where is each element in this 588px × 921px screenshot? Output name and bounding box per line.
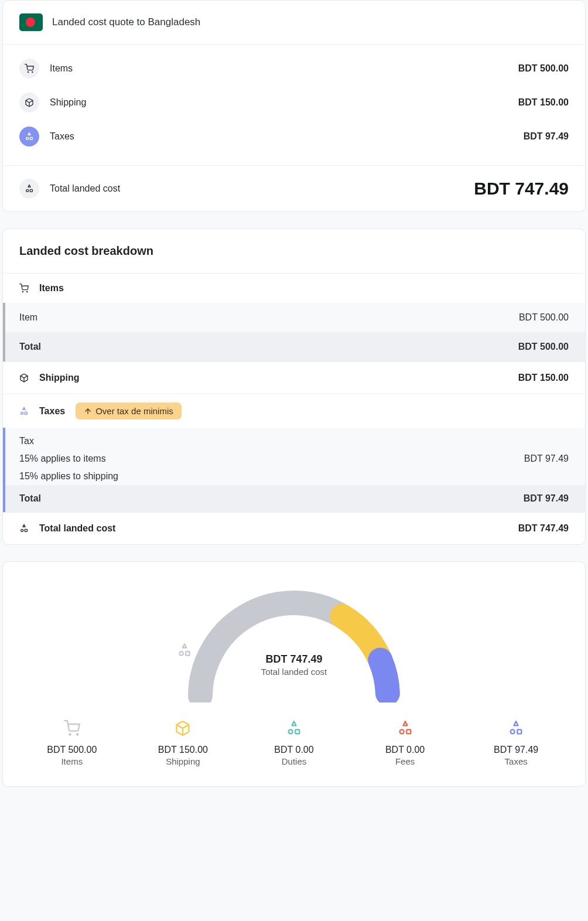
svg-rect-16 — [186, 651, 190, 656]
shapes-icon — [19, 179, 39, 199]
svg-point-8 — [27, 291, 28, 292]
breakdown-title: Landed cost breakdown — [3, 229, 585, 274]
page-title: Landed cost quote to Bangladesh — [52, 16, 200, 28]
svg-point-5 — [26, 189, 29, 192]
legend-taxes: BDT 97.49 Taxes — [463, 720, 569, 766]
svg-point-17 — [69, 734, 70, 735]
shapes-icon — [19, 407, 29, 416]
summary-total-row: Total landed cost BDT 747.49 — [3, 165, 585, 212]
svg-rect-11 — [25, 412, 27, 414]
items-detail-block: Item BDT 500.00 Total BDT 500.00 — [3, 303, 585, 361]
summary-value: BDT 500.00 — [518, 63, 569, 74]
svg-point-22 — [399, 729, 404, 734]
total-label: Total landed cost — [50, 183, 120, 194]
svg-point-13 — [21, 529, 23, 531]
shapes-icon — [508, 720, 524, 736]
total-value: BDT 747.49 — [518, 523, 569, 534]
gauge-center: BDT 747.49 Total landed cost — [177, 643, 411, 677]
legend-amount: BDT 0.00 — [241, 745, 347, 755]
box-icon — [19, 373, 29, 383]
taxes-label: Taxes — [39, 406, 65, 417]
shapes-icon — [19, 127, 39, 146]
legend-label: Fees — [353, 756, 458, 766]
cart-icon — [19, 284, 29, 293]
tax-line: 15% applies to shipping — [5, 468, 585, 485]
svg-point-18 — [77, 734, 78, 735]
svg-rect-25 — [518, 729, 522, 734]
items-total-row: Total BDT 500.00 — [5, 332, 585, 361]
legend-label: Taxes — [463, 756, 569, 766]
svg-rect-23 — [406, 729, 411, 734]
shapes-icon — [19, 524, 29, 533]
summary-body: Items BDT 500.00 Shipping BDT 150.00 Tax… — [3, 45, 585, 165]
svg-point-24 — [511, 729, 515, 734]
quote-summary-card: Landed cost quote to Bangladesh Items BD… — [2, 0, 586, 212]
legend-duties: BDT 0.00 Duties — [241, 720, 347, 766]
section-label: Items — [39, 283, 64, 294]
legend-amount: BDT 97.49 — [463, 745, 569, 755]
shipping-label: Shipping — [39, 373, 79, 383]
shipping-value: BDT 150.00 — [518, 373, 569, 383]
svg-point-10 — [21, 412, 23, 414]
taxes-total-row: Total BDT 97.49 — [5, 485, 585, 512]
legend-shipping: BDT 150.00 Shipping — [131, 720, 236, 766]
legend-amount: BDT 150.00 — [131, 745, 236, 755]
breakdown-total-row: Total landed cost BDT 747.49 — [3, 512, 585, 544]
svg-rect-6 — [30, 189, 32, 192]
svg-point-7 — [22, 291, 23, 292]
card-header: Landed cost quote to Bangladesh — [3, 1, 585, 45]
cart-icon — [64, 720, 80, 736]
summary-label: Taxes — [50, 131, 74, 142]
summary-value: BDT 150.00 — [518, 97, 569, 108]
gauge-card: BDT 747.49 Total landed cost BDT 500.00 … — [2, 561, 586, 787]
svg-rect-14 — [25, 529, 27, 531]
item-label: Item — [19, 312, 37, 323]
item-value: BDT 500.00 — [519, 312, 569, 323]
summary-label: Items — [50, 63, 73, 74]
breakdown-items-header: Items — [3, 274, 585, 303]
legend-fees: BDT 0.00 Fees — [353, 720, 458, 766]
svg-rect-4 — [30, 137, 32, 139]
svg-point-0 — [28, 71, 28, 72]
svg-point-20 — [289, 729, 293, 734]
summary-row-shipping: Shipping BDT 150.00 — [19, 86, 569, 120]
legend-amount: BDT 0.00 — [353, 745, 458, 755]
legend-label: Items — [19, 756, 125, 766]
legend-label: Shipping — [131, 756, 236, 766]
box-icon — [19, 93, 39, 112]
arrow-up-icon — [84, 407, 92, 415]
total-value: BDT 500.00 — [518, 342, 569, 352]
svg-point-1 — [32, 71, 33, 72]
total-label: Total — [19, 342, 41, 352]
svg-rect-21 — [295, 729, 299, 734]
box-icon — [175, 720, 191, 736]
flag-bangladesh — [19, 13, 43, 31]
summary-row-items: Items BDT 500.00 — [19, 52, 569, 86]
tax-sub-label: Tax — [5, 428, 585, 450]
summary-label: Shipping — [50, 97, 86, 108]
taxes-detail-block: Tax 15% applies to items BDT 97.49 15% a… — [3, 428, 585, 512]
breakdown-card: Landed cost breakdown Items Item BDT 500… — [2, 228, 586, 545]
badge-text: Over tax de minimis — [95, 406, 173, 416]
breakdown-shipping-row: Shipping BDT 150.00 — [3, 361, 585, 394]
total-value: BDT 747.49 — [474, 179, 569, 199]
legend-label: Duties — [241, 756, 347, 766]
de-minimis-badge: Over tax de minimis — [76, 402, 182, 419]
gauge-legend: BDT 500.00 Items BDT 150.00 Shipping BDT… — [19, 720, 569, 766]
total-label: Total landed cost — [39, 523, 115, 534]
summary-value: BDT 97.49 — [524, 131, 569, 142]
item-row: Item BDT 500.00 — [5, 303, 585, 332]
shapes-icon — [397, 720, 413, 736]
total-label: Total — [19, 493, 41, 504]
breakdown-taxes-header: Taxes Over tax de minimis — [3, 394, 585, 428]
gauge-amount: BDT 747.49 — [177, 653, 411, 666]
svg-point-3 — [26, 137, 29, 139]
svg-point-15 — [179, 651, 183, 656]
shapes-icon — [286, 720, 302, 736]
legend-items: BDT 500.00 Items — [19, 720, 125, 766]
tax-line: 15% applies to items BDT 97.49 — [5, 450, 585, 468]
total-value: BDT 97.49 — [524, 493, 569, 504]
legend-amount: BDT 500.00 — [19, 745, 125, 755]
gauge-sub: Total landed cost — [177, 667, 411, 677]
cart-icon — [19, 59, 39, 79]
